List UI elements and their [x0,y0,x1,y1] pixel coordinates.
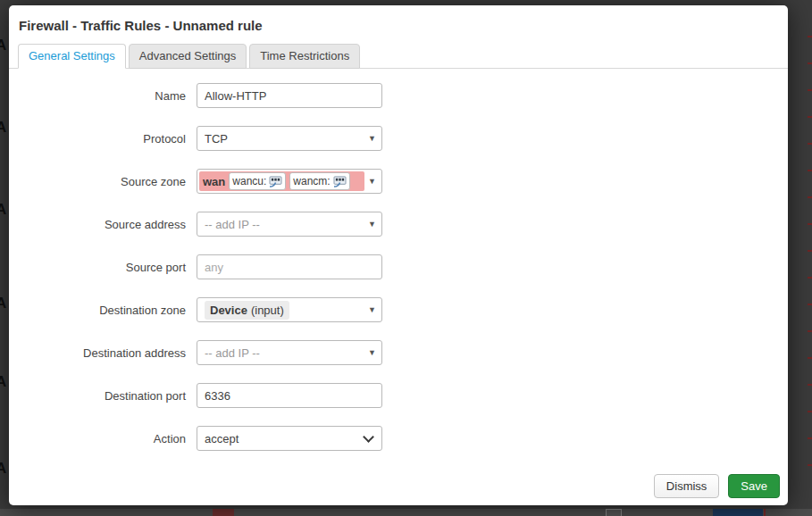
background-row-border-fragment [808,36,812,37]
source-address-dropdown[interactable]: -- add IP -- ▼ [197,212,382,237]
tab-bar: General Settings Advanced Settings Time … [9,44,788,69]
chevron-down-icon: ▼ [368,305,376,314]
background-row-border-fragment [808,411,812,412]
chevron-down-icon: ▼ [368,134,376,143]
destination-address-value: -- add IP -- [205,346,260,360]
background-row-border-fragment [808,116,812,118]
background-row-border-fragment [808,357,812,359]
form-row-destination-port: Destination port [9,383,788,408]
form-row-action: Action accept [9,426,788,451]
source-zone-label: Source zone [9,175,186,188]
zone-wan-badge: wan wancu: wancm: [199,171,364,191]
background-red-line-fragment [764,509,766,516]
background-row-border-fragment [808,464,812,466]
destination-zone-label: Destination zone [9,304,186,317]
zone-device-label: Device [210,304,247,317]
zone-device-badge: Device(input) [205,301,289,320]
background-row-border-fragment [808,223,812,225]
name-label: Name [9,89,186,103]
form-row-destination-zone: Destination zone Device(input) ▼ [9,297,788,322]
background-text-fragment: A [0,37,6,53]
form-row-source-address: Source address -- add IP -- ▼ [9,212,788,237]
background-red-badge-fragment [213,509,234,516]
protocol-label: Protocol [9,132,186,146]
protocol-dropdown[interactable]: TCP ▼ [197,126,382,151]
form-row-name: Name [9,83,788,108]
background-box-fragment [606,509,622,516]
background-row-border-fragment [808,143,812,145]
background-row-border-fragment [808,89,812,91]
background-row-border-fragment [808,170,812,171]
background-table-strip [0,509,812,516]
network-chip-wancu: wancu: [229,172,286,190]
network-chip-label: wancm: [293,175,330,187]
background-row-border-fragment [808,196,812,198]
background-text-fragment: A [0,202,6,217]
chevron-down-icon: ▼ [368,177,376,186]
modal-title: Firewall - Traffic Rules - Unnamed rule [19,17,788,35]
action-select[interactable]: accept [197,426,382,451]
destination-port-input[interactable] [197,383,382,408]
network-chip-label: wancu: [232,175,266,187]
name-input[interactable] [197,83,382,108]
destination-zone-dropdown[interactable]: Device(input) ▼ [197,297,382,322]
destination-address-dropdown[interactable]: -- add IP -- ▼ [197,340,382,365]
form-row-source-zone: Source zone wan wancu: [9,169,788,194]
destination-port-label: Destination port [9,389,186,403]
form-row-destination-address: Destination address -- add IP -- ▼ [9,340,788,365]
network-chip-wancm: wancm: [289,172,349,190]
background-row-border-fragment [808,330,812,332]
zone-wan-label: wan [203,175,225,188]
background-text-fragment: A [0,120,6,135]
background-text-fragment: A [0,374,6,389]
action-label: Action [9,432,186,445]
chevron-down-icon: ▼ [368,220,376,229]
ethernet-icon [269,176,282,187]
tab-advanced-settings[interactable]: Advanced Settings [129,44,247,69]
background-row-border-fragment [808,250,812,252]
source-port-input[interactable] [197,254,382,279]
background-row-border-fragment [808,304,812,305]
save-button[interactable]: Save [728,474,780,498]
source-zone-dropdown[interactable]: wan wancu: wancm: [197,169,382,194]
chevron-down-icon: ▼ [368,348,376,357]
protocol-value: TCP [205,132,228,146]
chevron-down-icon [363,431,374,443]
modal-footer: Dismiss Save [9,474,788,498]
ethernet-icon [333,176,347,187]
background-text-fragment: A [0,461,6,476]
background-row-border-fragment [808,437,812,439]
action-value: accept [205,432,239,445]
source-address-label: Source address [9,218,186,231]
rule-form: Name Protocol TCP ▼ Source zone wan wanc… [9,83,788,451]
form-row-protocol: Protocol TCP ▼ [9,126,788,151]
source-address-value: -- add IP -- [205,218,260,231]
destination-address-label: Destination address [9,346,186,360]
background-row-border-fragment [808,62,812,64]
tab-general-settings[interactable]: General Settings [18,44,126,69]
background-text-fragment: A [0,295,6,311]
background-row-border-fragment [808,277,812,279]
dismiss-button[interactable]: Dismiss [654,474,720,498]
background-blue-badge-fragment [713,509,763,516]
zone-device-suffix: (input) [251,304,284,317]
tab-time-restrictions[interactable]: Time Restrictions [249,44,360,69]
source-port-label: Source port [9,261,186,274]
form-row-source-port: Source port [9,254,788,279]
traffic-rule-modal: Firewall - Traffic Rules - Unnamed rule … [9,5,788,505]
background-row-border-fragment [808,384,812,386]
